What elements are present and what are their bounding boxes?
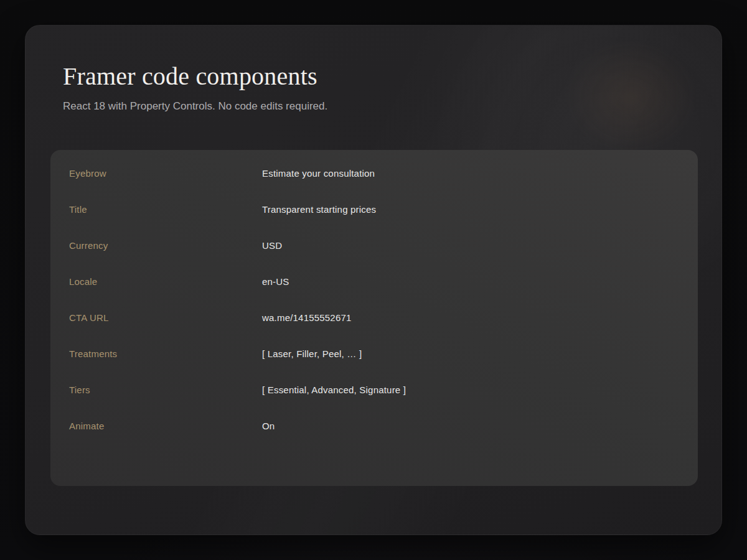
property-label: CTA URL bbox=[69, 312, 262, 323]
property-label: Animate bbox=[69, 421, 262, 431]
property-row: Title Transparent starting prices bbox=[69, 191, 679, 227]
main-panel: Framer code components React 18 with Pro… bbox=[25, 25, 722, 535]
property-row: Eyebrow Estimate your consultation bbox=[69, 155, 679, 191]
page-title: Framer code components bbox=[63, 62, 684, 91]
property-row: Locale en-US bbox=[69, 263, 679, 299]
property-value: [ Essential, Advanced, Signature ] bbox=[262, 385, 679, 395]
property-label: Currency bbox=[69, 240, 262, 251]
property-row: Animate On bbox=[69, 408, 679, 444]
property-value: en-US bbox=[262, 276, 679, 287]
property-row: Tiers [ Essential, Advanced, Signature ] bbox=[69, 371, 679, 408]
property-label: Title bbox=[69, 204, 262, 215]
property-row: Treatments [ Laser, Filler, Peel, … ] bbox=[69, 335, 679, 371]
header: Framer code components React 18 with Pro… bbox=[63, 62, 684, 114]
property-value: wa.me/14155552671 bbox=[262, 312, 679, 323]
property-value: On bbox=[262, 421, 679, 431]
property-label: Tiers bbox=[69, 385, 262, 395]
property-value: Transparent starting prices bbox=[262, 204, 679, 215]
property-row: CTA URL wa.me/14155552671 bbox=[69, 299, 679, 335]
property-value: USD bbox=[262, 240, 679, 251]
property-label: Treatments bbox=[69, 348, 262, 359]
properties-card: Eyebrow Estimate your consultation Title… bbox=[50, 150, 698, 486]
property-value: Estimate your consultation bbox=[262, 168, 679, 179]
page-subtitle: React 18 with Property Controls. No code… bbox=[63, 99, 684, 114]
property-row: Currency USD bbox=[69, 227, 679, 263]
property-label: Locale bbox=[69, 276, 262, 287]
property-label: Eyebrow bbox=[69, 168, 262, 179]
property-value: [ Laser, Filler, Peel, … ] bbox=[262, 348, 679, 359]
